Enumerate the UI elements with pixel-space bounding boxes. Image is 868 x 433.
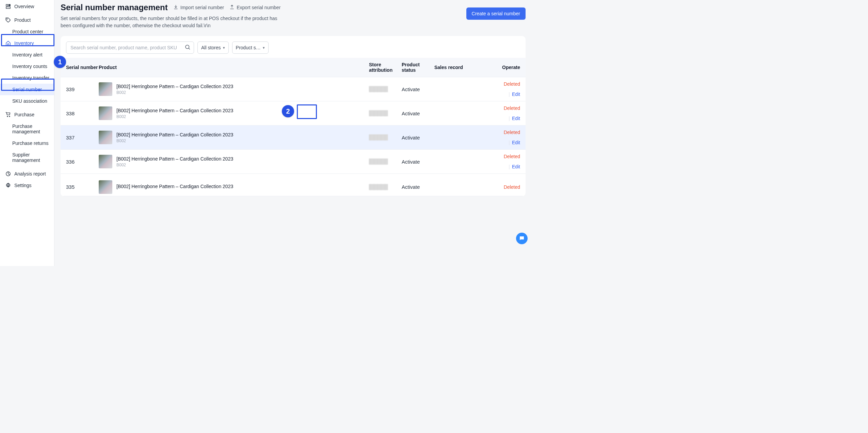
- annotation-badge-1: 1: [54, 56, 66, 68]
- col-status-header: Product status: [402, 62, 434, 73]
- sidebar-label: Product: [14, 17, 31, 23]
- table-row: 337 [B002] Herringbone Pattern – Cardiga…: [61, 126, 526, 150]
- status-cell: Activate: [402, 135, 434, 140]
- sidebar-label: Overview: [14, 4, 34, 9]
- serial-cell: 335: [66, 184, 99, 190]
- product-cell: [B002] Herringbone Pattern – Cardigan Co…: [99, 155, 369, 168]
- deleted-button[interactable]: Deleted: [504, 105, 520, 111]
- deleted-button[interactable]: Deleted: [504, 184, 520, 190]
- status-cell: Activate: [402, 184, 434, 190]
- svg-rect-2: [10, 4, 10, 6]
- sidebar-item-product[interactable]: Product: [0, 14, 54, 26]
- table-row: 335 [B002] Herringbone Pattern – Cardiga…: [61, 174, 526, 196]
- sidebar-label: Inventory: [14, 40, 34, 46]
- sidebar-label: Settings: [14, 183, 32, 188]
- product-status-filter-dropdown[interactable]: Product s… ▾: [232, 41, 269, 54]
- product-sku: B002: [116, 163, 233, 167]
- sidebar-label: Serial number: [12, 87, 42, 92]
- sidebar-item-inventory-counts[interactable]: Inventory counts: [0, 61, 54, 72]
- sidebar-item-sku-association[interactable]: SKU association: [0, 95, 54, 107]
- edit-button[interactable]: Edit: [512, 116, 520, 121]
- operate-cell: Deleted |Edit: [501, 154, 520, 169]
- edit-button[interactable]: Edit: [512, 91, 520, 97]
- deleted-button[interactable]: Deleted: [504, 154, 520, 159]
- create-serial-number-button[interactable]: Create a serial number: [466, 7, 526, 20]
- svg-rect-3: [6, 7, 10, 9]
- product-name: [B002] Herringbone Pattern – Cardigan Co…: [116, 132, 233, 138]
- sidebar-item-supplier-management[interactable]: Supplier management: [0, 149, 54, 166]
- sidebar-label: Inventory transfer: [12, 75, 49, 81]
- product-name: [B002] Herringbone Pattern – Cardigan Co…: [116, 107, 233, 114]
- status-cell: Activate: [402, 86, 434, 92]
- product-thumbnail: [99, 155, 112, 168]
- search-icon[interactable]: [184, 44, 191, 51]
- operate-cell: Deleted: [501, 184, 520, 190]
- status-cell: Activate: [402, 111, 434, 116]
- sidebar-item-inventory-transfer[interactable]: Inventory transfer: [0, 72, 54, 84]
- page-title: Serial number management: [61, 3, 168, 12]
- redacted-text: [369, 110, 388, 116]
- sidebar-item-purchase-management[interactable]: Purchase management: [0, 120, 54, 137]
- col-product-header: Product: [99, 65, 369, 70]
- product-cell: [B002] Herringbone Pattern – Cardigan Co…: [99, 82, 369, 96]
- table-row: 339 [B002] Herringbone Pattern – Cardiga…: [61, 77, 526, 101]
- search-wrap: [66, 41, 194, 54]
- product-cell: [B002] Herringbone Pattern – Cardigan Co…: [99, 180, 369, 194]
- serial-cell: 339: [66, 86, 99, 92]
- sidebar-item-purchase[interactable]: Purchase: [0, 109, 54, 120]
- sidebar-label: SKU association: [12, 98, 47, 104]
- svg-rect-1: [9, 4, 9, 6]
- shopping-cart-icon: [5, 112, 11, 117]
- svg-rect-0: [6, 4, 8, 6]
- store-filter-dropdown[interactable]: All stores ▾: [197, 41, 229, 54]
- sidebar-item-product-center[interactable]: Product center: [0, 26, 54, 37]
- operate-cell: Deleted |Edit: [501, 81, 520, 97]
- page-header: Serial number management Import serial n…: [61, 3, 526, 29]
- col-operate-header: Operate: [501, 65, 520, 70]
- divider: |: [509, 164, 510, 169]
- table-panel: All stores ▾ Product s… ▾ Serial number …: [61, 36, 526, 196]
- store-cell: [369, 134, 402, 140]
- sidebar-item-inventory-alert[interactable]: Inventory alert: [0, 49, 54, 61]
- table-header: Serial number Product Store attribution …: [61, 58, 526, 77]
- sidebar-item-inventory[interactable]: Inventory: [0, 37, 54, 49]
- svg-point-5: [7, 116, 8, 117]
- svg-point-9: [186, 45, 189, 49]
- redacted-text: [369, 184, 388, 190]
- chart-icon: [5, 171, 11, 177]
- product-cell: [B002] Herringbone Pattern – Cardigan Co…: [99, 131, 369, 144]
- col-serial-header: Serial number: [66, 65, 99, 70]
- serial-cell: 336: [66, 159, 99, 165]
- deleted-button[interactable]: Deleted: [504, 81, 520, 87]
- import-label: Import serial number: [180, 5, 224, 10]
- svg-point-6: [9, 116, 10, 117]
- search-input[interactable]: [66, 41, 194, 54]
- edit-button[interactable]: Edit: [512, 164, 520, 169]
- redacted-text: [369, 134, 388, 140]
- divider: |: [509, 91, 510, 97]
- sidebar-label: Purchase: [14, 112, 34, 117]
- product-thumbnail: [99, 131, 112, 144]
- page-subtitle: Set serial numbers for your products, th…: [61, 15, 282, 29]
- edit-button[interactable]: Edit: [512, 140, 520, 145]
- sidebar-item-serial-number[interactable]: Serial number: [0, 84, 54, 95]
- sidebar-item-purchase-returns[interactable]: Purchase returns: [0, 137, 54, 149]
- sidebar-item-settings[interactable]: Settings: [0, 180, 54, 191]
- product-name: [B002] Herringbone Pattern – Cardigan Co…: [116, 156, 233, 162]
- divider: |: [509, 140, 510, 145]
- sidebar-item-analysis-report[interactable]: Analysis report: [0, 168, 54, 180]
- redacted-text: [369, 159, 388, 165]
- product-thumbnail: [99, 180, 112, 194]
- import-serial-number-button[interactable]: Import serial number: [173, 4, 224, 11]
- chat-widget-button[interactable]: [516, 233, 528, 244]
- operate-cell: Deleted |Edit: [501, 130, 520, 145]
- status-cell: Activate: [402, 159, 434, 165]
- sidebar: Overview Product Product center Inventor…: [0, 0, 54, 266]
- export-serial-number-button[interactable]: Export serial number: [229, 4, 280, 11]
- sidebar-label: Analysis report: [14, 171, 46, 177]
- deleted-button[interactable]: Deleted: [504, 130, 520, 135]
- main-content: Serial number management Import serial n…: [54, 0, 531, 266]
- dropdown-label: Product s…: [236, 45, 261, 50]
- table-row: 336 [B002] Herringbone Pattern – Cardiga…: [61, 150, 526, 174]
- sidebar-item-overview[interactable]: Overview: [0, 1, 54, 12]
